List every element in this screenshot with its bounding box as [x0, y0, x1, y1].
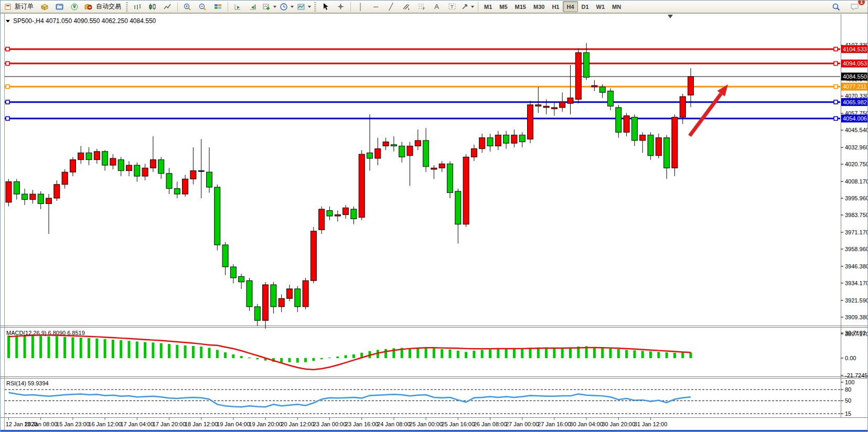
text-label-icon: T [448, 3, 456, 10]
tf-M30[interactable]: M30 [530, 1, 548, 12]
channel-tool[interactable] [399, 1, 414, 13]
candle [335, 214, 340, 216]
candle [399, 146, 405, 157]
candle [310, 231, 316, 280]
search-button[interactable] [829, 1, 844, 13]
tf-H1[interactable]: H1 [548, 1, 563, 12]
cursor-tool-button[interactable] [318, 1, 333, 13]
tile-windows-icon [213, 3, 222, 11]
trendline-tool[interactable]: ╱ [383, 1, 399, 13]
candle [383, 142, 389, 146]
macd-bar [593, 347, 596, 358]
notifications-button[interactable]: 1 [847, 1, 862, 13]
window-bottom-edge [1, 430, 868, 432]
macd-bar [441, 349, 443, 358]
bar-chart-type-button[interactable] [130, 1, 145, 13]
template-button[interactable] [295, 1, 313, 13]
periods-button[interactable] [278, 1, 295, 13]
editor-button[interactable] [52, 1, 67, 13]
notification-badge: 1 [858, 0, 865, 5]
candle [239, 276, 244, 282]
vertical-line-tool[interactable]: │ [353, 1, 368, 13]
candle [263, 285, 269, 320]
candle [327, 211, 333, 216]
fibonacci-tool[interactable]: F [414, 1, 429, 13]
candle [631, 117, 637, 141]
hline-handle [6, 47, 9, 51]
svg-text:27 Jan 00:00: 27 Jan 00:00 [506, 421, 539, 427]
tile-windows-button[interactable] [210, 1, 226, 13]
macd-bar [433, 348, 435, 358]
candle [198, 171, 204, 172]
macd-bar [425, 348, 427, 358]
candle [575, 52, 581, 99]
svg-text:3934.170: 3934.170 [845, 280, 868, 286]
chart-shift-button[interactable] [245, 1, 261, 13]
text-label-tool[interactable]: T [444, 1, 459, 13]
line-chart-type-button[interactable] [160, 1, 175, 13]
svg-text:100: 100 [845, 379, 854, 385]
zoom-out-button[interactable] [195, 1, 210, 13]
horizontal-line-tool[interactable]: ─ [368, 1, 383, 13]
arrows-icon [461, 3, 469, 10]
tf-H4[interactable]: H4 [563, 1, 577, 12]
candle [487, 138, 493, 146]
candle [560, 102, 565, 107]
candle [359, 154, 365, 218]
macd-bar [320, 358, 323, 359]
svg-text:17 Jan 20:00: 17 Jan 20:00 [153, 421, 186, 427]
macd-bar [521, 349, 523, 359]
zoom-out-icon [198, 3, 207, 11]
macd-bar [280, 358, 283, 363]
tf-MN[interactable]: MN [608, 1, 625, 12]
signal-button[interactable] [67, 1, 82, 13]
toolbar-separator [350, 2, 351, 12]
new-order-button[interactable]: 新订单 [3, 1, 37, 13]
candle [110, 158, 116, 165]
zoom-in-button[interactable] [180, 1, 195, 13]
tf-M1[interactable]: M1 [480, 1, 496, 12]
tf-W1[interactable]: W1 [593, 1, 609, 12]
auto-trading-button[interactable]: 自动交易 [82, 1, 124, 13]
macd-bar [256, 358, 259, 359]
svg-text:24 Jan 08:00: 24 Jan 08:00 [377, 421, 411, 427]
macd-bar [248, 358, 251, 358]
candle [680, 96, 685, 117]
auto-trading-icon [84, 3, 93, 11]
line-chart-icon [163, 3, 172, 11]
candle-chart-type-button[interactable] [145, 1, 160, 13]
chart-canvas[interactable]: 4107.3304082.5404070.3304057.7504045.540… [1, 13, 868, 432]
chat-bubble-icon [850, 3, 860, 11]
auto-scroll-button[interactable] [230, 1, 245, 13]
chart-menu-caret-icon[interactable] [6, 20, 10, 23]
candle [543, 106, 549, 107]
candle [134, 165, 140, 176]
text-tool[interactable]: A [429, 1, 444, 13]
rsi-indicator-label: RSI(14) 59.9394 [6, 380, 49, 386]
candle [46, 198, 52, 203]
tf-D1[interactable]: D1 [578, 1, 593, 12]
candle [78, 153, 84, 160]
svg-text:3921.590: 3921.590 [845, 297, 868, 304]
candle [592, 85, 597, 87]
macd-bar [489, 350, 491, 358]
macd-bar [673, 353, 676, 358]
add-indicator-button[interactable] [261, 1, 278, 13]
candle [672, 117, 678, 168]
search-icon [832, 3, 841, 11]
candle [254, 307, 260, 320]
arrows-tool[interactable] [459, 1, 476, 13]
gold-box-button[interactable] [37, 1, 52, 13]
tf-M15[interactable]: M15 [511, 1, 530, 12]
editor-icon [55, 3, 64, 11]
dropdown-caret [291, 6, 294, 8]
tf-M5[interactable]: M5 [496, 1, 511, 12]
macd-bar [505, 349, 508, 359]
crosshair-tool-button[interactable] [333, 1, 348, 13]
candle [287, 289, 293, 298]
candle [431, 168, 437, 169]
macd-bar [71, 337, 74, 358]
candle [584, 52, 590, 77]
svg-text:30 Jan 04:00: 30 Jan 04:00 [570, 421, 603, 427]
svg-text:4065.982: 4065.982 [843, 99, 867, 105]
